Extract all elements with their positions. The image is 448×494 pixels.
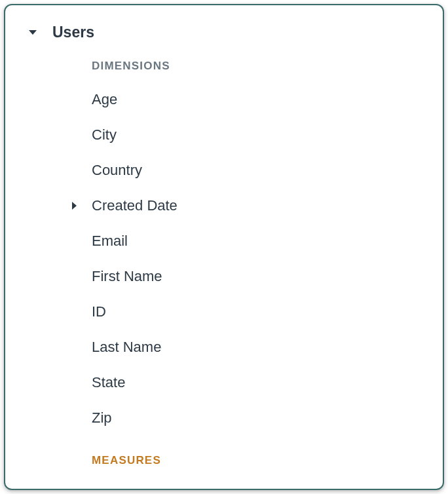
dimensions-section: DIMENSIONS Age City Country Created Date… [29,60,443,490]
explore-header-row[interactable]: Users [29,24,443,41]
field-label: City [92,126,117,143]
field-label: Last Name [92,339,161,356]
field-label: Country [92,162,142,179]
field-label: State [92,374,125,391]
dimension-field-id[interactable]: ID [92,294,443,330]
field-label: Age [92,91,117,108]
dimension-field-country[interactable]: Country [92,153,443,188]
field-label: Zip [92,409,112,427]
dimension-field-age[interactable]: Age [92,82,443,117]
field-label: Created Date [92,197,177,214]
dimension-field-zip[interactable]: Zip [92,400,443,436]
dimension-field-email[interactable]: Email [92,223,443,259]
measures-header: MEASURES [92,454,443,467]
dimensions-header: DIMENSIONS [92,60,443,73]
field-picker-panel: Users DIMENSIONS Age City Country Create… [4,4,444,490]
caret-down-icon [29,30,37,35]
dimension-field-first-name[interactable]: First Name [92,259,443,294]
dimension-field-last-name[interactable]: Last Name [92,330,443,365]
caret-right-icon [72,202,77,210]
dimension-field-created-date[interactable]: Created Date [92,188,443,223]
field-label: First Name [92,268,162,285]
dimension-field-city[interactable]: City [92,117,443,153]
measure-field-count[interactable]: Count [92,476,443,490]
explore-title: Users [52,24,94,41]
field-label: Count [92,485,130,490]
dimension-field-state[interactable]: State [92,365,443,400]
field-label: Email [92,233,128,250]
field-label: ID [92,303,106,320]
